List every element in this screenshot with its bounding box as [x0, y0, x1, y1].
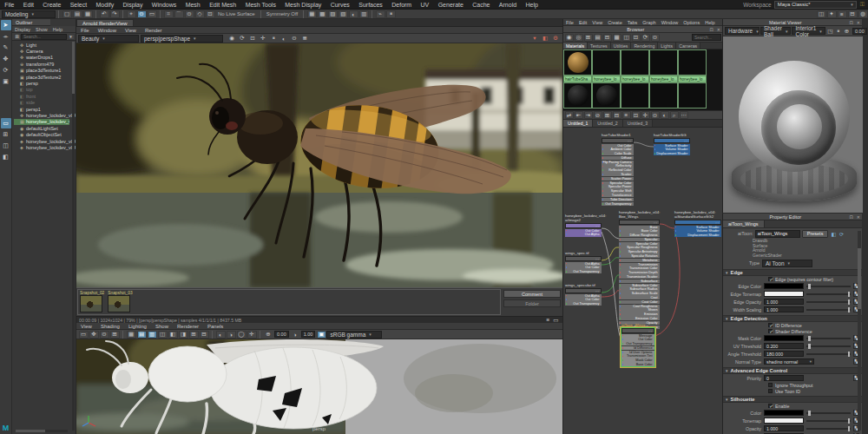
- viewport-menu-item[interactable]: Renderer: [177, 324, 199, 329]
- node-attr-row[interactable]: Specular Rotation: [619, 254, 660, 258]
- no-live-surface-label[interactable]: No Live Surface: [218, 11, 255, 16]
- snapshot-item[interactable]: Snapshot_02: [80, 291, 104, 312]
- node-attr-row[interactable]: Coat: [619, 296, 660, 299]
- renderview-menu-item[interactable]: File: [81, 28, 89, 33]
- node-file-wings-specular[interactable]: wings_specular.tif Out AlphaOut ColorOut…: [565, 288, 602, 306]
- hypershade-menu-item[interactable]: View: [592, 20, 602, 25]
- menu-item[interactable]: Cache: [468, 2, 495, 8]
- node-attr-row[interactable]: Diffuse Roughness: [619, 233, 660, 237]
- ao-icon[interactable]: ◨: [179, 331, 188, 339]
- menu-item[interactable]: Create: [38, 2, 65, 8]
- menu-item[interactable]: Mesh: [181, 2, 205, 8]
- material-swatch[interactable]: [649, 49, 678, 76]
- outliner-row[interactable]: ◈ honeybee_lockdev_v04: [14, 138, 76, 144]
- rearrange-graph-icon[interactable]: ≡: [622, 111, 631, 119]
- workspace-dropdown[interactable]: Maya Classic*: [774, 1, 857, 9]
- node-attr-row[interactable]: Specular Color: [619, 242, 660, 246]
- input-connections-icon[interactable]: ⇤: [575, 111, 583, 119]
- material-swatch[interactable]: [621, 49, 649, 76]
- node-attr-row[interactable]: Out Alpha: [565, 262, 602, 266]
- node-attr-row[interactable]: Specular Power: [602, 185, 634, 188]
- open-scene-icon[interactable]: ▤: [73, 10, 82, 18]
- node-attr-row[interactable]: Color Scale: [602, 152, 634, 155]
- input-output-connections-icon[interactable]: ⇄: [565, 111, 574, 119]
- viewport-menu-item[interactable]: View: [81, 324, 92, 329]
- viewer-exposure-icon[interactable]: ⊕: [844, 27, 851, 35]
- light-editor-icon[interactable]: ▥: [359, 10, 369, 18]
- menu-item[interactable]: Select: [65, 2, 91, 8]
- material-swatch-label[interactable]: honeybee_lo...: [592, 76, 621, 82]
- material-swatch[interactable]: [592, 82, 621, 108]
- node-file-wings-spec[interactable]: wings_spec.tif Out AlphaOut ColorOut Tra…: [565, 256, 602, 273]
- favorites-icon[interactable]: ✦: [827, 10, 837, 18]
- colorspace-dropdown[interactable]: sRGB gamma: [326, 331, 382, 339]
- material-swatch-label[interactable]: honeybee_lo...: [621, 76, 649, 82]
- node-attr-row[interactable]: Out Color: [565, 266, 602, 269]
- node-attr-row[interactable]: Base Color: [621, 363, 654, 366]
- menu-item[interactable]: Deform: [387, 2, 416, 8]
- presets-button[interactable]: Presets: [802, 230, 829, 238]
- checkbox-row[interactable]: Shader Difference: [723, 328, 862, 334]
- close-panel-icon[interactable]: ✕: [857, 214, 860, 220]
- node-attr-row[interactable]: Scatter: [602, 173, 634, 176]
- swatch-refresh-icon[interactable]: ⟳: [839, 231, 844, 237]
- node-attr-row[interactable]: Message: [621, 334, 654, 338]
- outliner-row[interactable]: ✥ waterDrops1: [14, 55, 76, 61]
- hypershade-menu-item[interactable]: Options: [683, 20, 700, 25]
- gate-mask-icon[interactable]: ✛: [247, 331, 257, 339]
- renderview-menu-item[interactable]: Window: [98, 28, 116, 33]
- outliner-row[interactable]: ◧ side: [14, 100, 76, 106]
- gamma-value[interactable]: 1.00: [301, 331, 316, 338]
- viewport-camera-icon[interactable]: ▭: [79, 331, 89, 339]
- snapshot-swatch-icon[interactable]: ◳: [826, 27, 833, 35]
- show-hide-icon[interactable]: ◧: [831, 231, 836, 237]
- menu-item[interactable]: Mesh Display: [280, 2, 326, 8]
- node-attr-row[interactable]: Out Color: [565, 298, 602, 301]
- pane-outliner-layout-icon[interactable]: ◧: [1, 152, 11, 162]
- menu-item[interactable]: Edit: [19, 2, 38, 8]
- hypershade-icon[interactable]: ◐: [349, 10, 358, 18]
- resolution-gate-icon[interactable]: ◯: [237, 331, 247, 339]
- section-advanced-edge-control[interactable]: Advanced Edge Control: [723, 367, 862, 374]
- attribute-slider[interactable]: [806, 345, 851, 347]
- outliner-row[interactable]: ✥ honeybee_lockdev_v04: [14, 112, 76, 118]
- select-tool-icon[interactable]: ➤: [1, 20, 11, 30]
- node-attr-row[interactable]: Reflectivity: [602, 164, 634, 168]
- attribute-slider[interactable]: [806, 412, 851, 414]
- graph-tab[interactable]: Untitled_1: [563, 120, 593, 127]
- move-tool-icon[interactable]: ✥: [1, 54, 11, 64]
- snapshot-thumbnail[interactable]: [80, 295, 102, 312]
- material-swatch[interactable]: [592, 49, 621, 76]
- menu-item[interactable]: Help: [521, 2, 542, 8]
- wireframe-icon[interactable]: ▦: [127, 331, 136, 339]
- debug-shading-icon[interactable]: ◐: [279, 35, 289, 43]
- outliner-row[interactable]: ◧ persp: [14, 80, 76, 86]
- outliner-row[interactable]: ◉ defaultObjectSet: [14, 131, 76, 137]
- render-sequence-icon[interactable]: ▨: [328, 10, 338, 18]
- node-hairtubeshader1[interactable]: hairTubeShader1 Out ColorAmbient ColorCo…: [602, 138, 634, 206]
- node-aitoon-wings[interactable]: aiToon_Wings MessageOut ColorOut Transpa…: [621, 327, 655, 367]
- panel-layout-icon[interactable]: ⊟: [848, 10, 858, 18]
- outliner-search-input[interactable]: [21, 34, 67, 40]
- property-editor-tab[interactable]: aiToon_Wings: [723, 220, 765, 227]
- attribute-value[interactable]: 1.000: [764, 425, 804, 431]
- hypershade-tab[interactable]: Cameras: [676, 43, 700, 49]
- checkbox-row[interactable]: ID Difference: [723, 322, 862, 328]
- node-attr-row[interactable]: Coat Roughness: [619, 305, 660, 308]
- undo-icon[interactable]: ↶: [100, 10, 109, 18]
- menu-lines-icon[interactable]: ≡: [838, 10, 847, 18]
- snap-plane-icon[interactable]: ◇: [195, 10, 205, 18]
- node-attr-row[interactable]: Out Color: [621, 338, 654, 341]
- new-scene-icon[interactable]: ▢: [62, 10, 72, 18]
- filter-icon[interactable]: ⊡: [632, 34, 641, 42]
- float-panel-icon[interactable]: ⊡: [850, 20, 853, 25]
- attribute-value[interactable]: 1.000: [764, 306, 804, 312]
- save-image-icon[interactable]: ▾: [530, 35, 540, 43]
- node-attr-row[interactable]: Displacement Shader: [674, 233, 721, 237]
- attribute-slider[interactable]: [806, 293, 851, 295]
- outliner-row[interactable]: ▣ place3dTexture1: [14, 68, 76, 74]
- attribute-value[interactable]: shading normal: [764, 358, 814, 365]
- ipr-render-icon[interactable]: ▩: [318, 10, 327, 18]
- outliner-menu-item[interactable]: Display: [15, 27, 30, 32]
- pause-viewport-icon[interactable]: ⏸: [386, 10, 396, 18]
